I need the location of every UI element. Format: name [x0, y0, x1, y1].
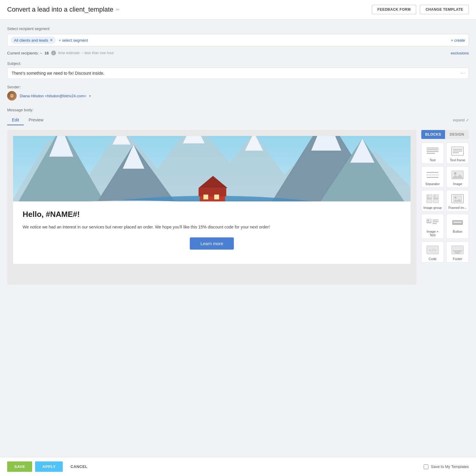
block-label-framed-image: Framed im...	[448, 206, 467, 209]
svg-rect-41	[427, 177, 439, 178]
footer-block-icon	[450, 245, 465, 255]
change-template-button[interactable]: CHANGE TEMPLATE	[420, 5, 469, 14]
email-greeting: Hello, #NAME#!	[23, 210, 401, 219]
tab-edit[interactable]: Edit	[7, 115, 24, 125]
svg-rect-67	[452, 246, 464, 254]
footer-actions: SAVE APPLY CANCEL	[7, 461, 92, 472]
tab-preview[interactable]: Preview	[24, 115, 48, 125]
block-item-image-text[interactable]: Image + Text	[421, 214, 444, 239]
block-label-image-text: Image + Text	[423, 230, 442, 237]
svg-rect-68	[453, 250, 462, 251]
email-hero-image	[13, 136, 411, 201]
code-block-icon: </>	[425, 245, 440, 255]
subject-options-icon[interactable]: ···	[461, 71, 465, 76]
email-preview: Hello, #NAME#! We notice we had an inter…	[7, 130, 416, 285]
svg-point-58	[428, 220, 429, 221]
email-cta-button[interactable]: Learn more	[190, 237, 234, 250]
image-group-block-icon	[425, 193, 440, 204]
editor-area: Hello, #NAME#! We notice we had an inter…	[7, 130, 469, 285]
svg-marker-3	[183, 136, 205, 143]
block-item-image-group[interactable]: Image group	[421, 190, 444, 212]
email-cta-wrapper: Learn more	[23, 237, 401, 250]
svg-point-46	[428, 195, 429, 197]
recipients-row: Current recipients: ~ 16 i time estimate…	[7, 51, 469, 55]
svg-rect-37	[453, 151, 462, 151]
save-templates-option: Save to My Templates	[424, 464, 469, 469]
info-icon[interactable]: i	[51, 51, 56, 55]
save-button[interactable]: SAVE	[7, 461, 32, 472]
block-item-button[interactable]: Button	[446, 214, 469, 239]
svg-point-55	[455, 197, 456, 198]
apply-button[interactable]: APPLY	[35, 461, 63, 472]
segment-tag: All clients and leads ×	[11, 37, 56, 44]
email-body-text: We notice we had an interest in our serv…	[23, 224, 401, 230]
exclusions-link[interactable]: exclusions	[451, 51, 469, 55]
recipients-label: Current recipients: ~	[7, 51, 42, 55]
page-title: Convert a lead into a client_template	[7, 6, 113, 13]
svg-rect-69	[454, 252, 461, 252]
subject-input[interactable]	[7, 68, 469, 79]
segment-create-button[interactable]: + create	[451, 38, 465, 43]
svg-rect-36	[453, 149, 462, 150]
sender-row: D Diana Hilsdon <hilsdon@bitrix24.com> ▾	[7, 91, 469, 101]
text-frame-block-icon	[450, 146, 465, 156]
svg-rect-21	[203, 195, 208, 199]
blocks-tabs: BLOCKS DESIGN	[421, 130, 469, 139]
blocks-grid: Text Text frame	[421, 143, 469, 263]
block-item-text-frame[interactable]: Text frame	[446, 143, 469, 164]
segment-add-button[interactable]: + select segment	[59, 38, 88, 43]
framed-image-block-icon	[450, 193, 465, 204]
segment-tag-close-icon[interactable]: ×	[50, 38, 53, 43]
recipients-count: 16	[44, 51, 48, 55]
block-item-framed-image[interactable]: Framed im...	[446, 190, 469, 212]
block-label-separator: Separator	[425, 182, 440, 186]
segment-tag-label: All clients and leads	[14, 38, 48, 43]
save-templates-checkbox[interactable]	[424, 464, 428, 469]
segment-left: All clients and leads × + select segment	[11, 37, 88, 44]
svg-rect-22	[214, 195, 219, 199]
blocks-tab-blocks[interactable]: BLOCKS	[421, 130, 445, 139]
svg-text:</>: </>	[429, 248, 436, 252]
svg-rect-31	[427, 148, 439, 148]
image-block-icon	[450, 170, 465, 180]
cancel-button[interactable]: CANCEL	[66, 461, 92, 472]
tabs-left: Edit Preview	[7, 115, 48, 125]
save-templates-label: Save to My Templates	[431, 464, 469, 469]
segment-label: Select recipient segment	[7, 26, 469, 31]
svg-point-49	[434, 195, 435, 197]
blocks-tab-design[interactable]: DESIGN	[445, 130, 469, 139]
block-item-code[interactable]: </> Code	[421, 241, 444, 263]
sender-dropdown-icon[interactable]: ▾	[89, 94, 91, 98]
image-text-block-icon	[425, 217, 440, 228]
expand-icon: ⤢	[466, 118, 469, 122]
expand-button[interactable]: expand ⤢	[453, 118, 469, 122]
email-card: Hello, #NAME#! We notice we had an inter…	[13, 136, 411, 264]
footer-bar: SAVE APPLY CANCEL Save to My Templates	[0, 457, 476, 476]
svg-rect-33	[427, 151, 439, 152]
svg-point-43	[454, 172, 456, 175]
title-edit-icon[interactable]: ✏	[116, 7, 120, 12]
block-label-code: Code	[429, 257, 436, 261]
sender-avatar: D	[7, 91, 17, 101]
sender-label: Sender:	[7, 85, 469, 89]
feedback-form-button[interactable]: FEEDBACK FORM	[372, 5, 416, 14]
block-item-image[interactable]: Image	[446, 166, 469, 188]
block-label-image-group: Image group	[423, 206, 442, 209]
svg-rect-19	[198, 188, 226, 196]
separator-block-icon	[425, 170, 440, 180]
svg-rect-60	[433, 220, 439, 220]
main-content: Select recipient segment All clients and…	[0, 19, 476, 314]
blocks-panel: BLOCKS DESIGN Text	[421, 130, 469, 263]
block-item-text[interactable]: Text	[421, 143, 444, 164]
button-block-icon	[450, 217, 465, 228]
sender-name[interactable]: Diana Hilsdon <hilsdon@bitrix24.com>	[20, 94, 86, 98]
block-label-button: Button	[453, 230, 462, 233]
block-item-footer[interactable]: Footer	[446, 241, 469, 263]
email-body-content: Hello, #NAME#! We notice we had an inter…	[13, 201, 411, 264]
message-body-label: Message body:	[7, 108, 469, 112]
page-title-group: Convert a lead into a client_template ✏	[7, 6, 120, 13]
svg-rect-70	[455, 253, 460, 253]
block-item-separator[interactable]: Separator	[421, 166, 444, 188]
expand-label: expand	[453, 118, 465, 122]
text-block-icon	[425, 146, 440, 156]
